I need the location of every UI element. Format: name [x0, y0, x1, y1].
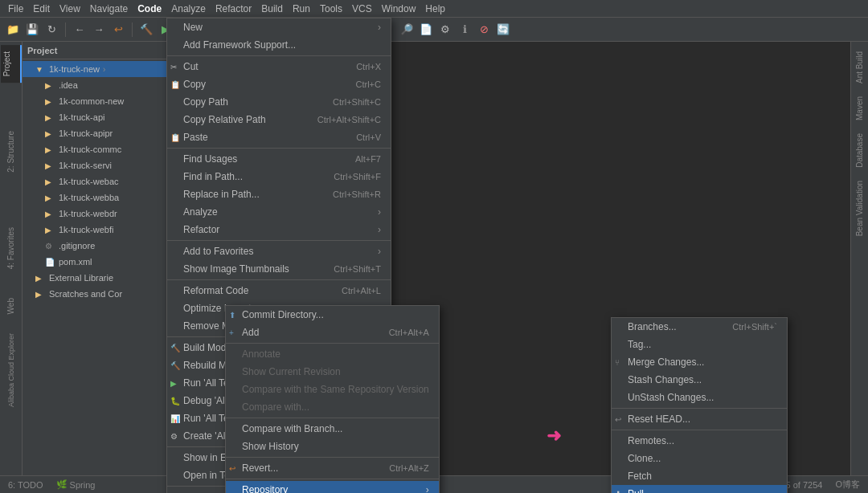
blog-link[interactable]: O博客	[832, 479, 863, 491]
ctx-find-usages[interactable]: Find Usages Alt+F7	[167, 150, 391, 168]
git-magnify-icon[interactable]: 🔎	[399, 22, 415, 38]
left-panel-tabs: Project 2: Structure 4: Favorites Web Al…	[0, 42, 23, 475]
forward-icon[interactable]: →	[91, 22, 107, 38]
ctx-cut[interactable]: ✂ Cut Ctrl+X	[167, 58, 391, 75]
ctx-add-framework[interactable]: Add Framework Support...	[167, 36, 391, 54]
ctx-refactor[interactable]: Refactor ›	[167, 221, 391, 238]
git-info-icon[interactable]: ℹ	[457, 22, 473, 38]
menu-file[interactable]: File	[3, 2, 28, 16]
ctx-copy-path[interactable]: Copy Path Ctrl+Shift+C	[167, 93, 391, 111]
bean-validation-tab[interactable]: Bean Validation	[854, 174, 866, 242]
project-tab[interactable]: Project	[1, 45, 22, 83]
spring-button[interactable]: 🌿 Spring	[53, 476, 99, 493]
open-folder-icon[interactable]: 📁	[5, 22, 21, 38]
git-revert[interactable]: ↩ Revert... Ctrl+Alt+Z	[226, 459, 439, 477]
ctx-new[interactable]: New ›	[167, 18, 391, 36]
tree-item-root[interactable]: ▼ 1k-truck-new ›	[23, 61, 182, 77]
git-repository[interactable]: Repository ›	[226, 481, 439, 493]
ant-build-tab[interactable]: Ant Build	[854, 45, 866, 90]
tree-item-idea[interactable]: ▶ .idea	[23, 77, 182, 93]
tree-item-common[interactable]: ▶ 1k-common-new	[23, 93, 182, 109]
tree-item-webdr[interactable]: ▶ 1k-truck-webdr	[23, 206, 182, 222]
back-icon[interactable]: ←	[72, 22, 88, 38]
repo-remotes[interactable]: Remotes...	[612, 432, 787, 450]
repo-branches[interactable]: Branches... Ctrl+Shift+`	[612, 318, 787, 336]
git-settings-icon[interactable]: ⚙	[437, 22, 453, 38]
menu-help[interactable]: Help	[420, 2, 450, 16]
ctx-reformat[interactable]: Reformat Code Ctrl+Alt+L	[167, 282, 391, 299]
toolbar: 📁 💾 ↻ ← → ↩ 🔨 ▶ 🐛 🔍 Git: ✓ ⬆ ↺ 🕐 ↶ ⚡ ⑂ 🔎…	[0, 18, 868, 42]
git-sep-3	[226, 457, 439, 458]
git-cycle-icon[interactable]: 🔄	[495, 22, 511, 38]
right-sidebars: Ant Build Maven Database Bean Validation	[850, 42, 868, 475]
database-tab[interactable]: Database	[854, 127, 866, 174]
menu-view[interactable]: View	[55, 2, 85, 16]
menu-vcs[interactable]: VCS	[347, 2, 377, 16]
repo-clone[interactable]: Clone...	[612, 450, 787, 467]
menu-run[interactable]: Run	[288, 2, 315, 16]
project-panel: Project ▼ 1k-truck-new › ▶ .idea ▶	[23, 42, 183, 475]
menu-code[interactable]: Code	[133, 2, 166, 16]
build-icon[interactable]: 🔨	[138, 22, 154, 38]
repo-tag[interactable]: Tag...	[612, 336, 787, 353]
ctx-paste[interactable]: 📋 Paste Ctrl+V	[167, 128, 391, 146]
tree-item-commc[interactable]: ▶ 1k-truck-commc	[23, 141, 182, 157]
tree-item-extlib[interactable]: ▶ External Librarie	[23, 270, 182, 286]
git-page-icon[interactable]: 📄	[418, 22, 434, 38]
tree-item-webfi[interactable]: ▶ 1k-truck-webfi	[23, 222, 182, 238]
ctx-copy-relative-path[interactable]: Copy Relative Path Ctrl+Alt+Shift+C	[167, 111, 391, 128]
git-add[interactable]: + Add Ctrl+Alt+A	[226, 324, 439, 341]
tree-item-webac[interactable]: ▶ 1k-truck-webac	[23, 173, 182, 189]
navigate-back-icon[interactable]: ↩	[110, 22, 126, 38]
ctx-copy-rel-shortcut: Ctrl+Alt+Shift+C	[317, 115, 381, 124]
git-show-revision: Show Current Revision	[226, 363, 439, 381]
menu-edit[interactable]: Edit	[28, 2, 55, 16]
git-commit[interactable]: ⬆ Commit Directory...	[226, 306, 439, 324]
folder-icon-webfi: ▶	[45, 226, 56, 234]
git-show-history[interactable]: Show History	[226, 438, 439, 455]
menu-window[interactable]: Window	[377, 2, 421, 16]
folder-icon-api: ▶	[45, 113, 56, 122]
repo-stash[interactable]: Stash Changes...	[612, 371, 787, 389]
tree-item-scratches[interactable]: ▶ Scratches and Cor	[23, 286, 182, 302]
git-block-icon[interactable]: ⊘	[476, 22, 492, 38]
repo-reset-head[interactable]: ↩ Reset HEAD...	[612, 410, 787, 428]
menu-build[interactable]: Build	[256, 2, 288, 16]
tree-item-api[interactable]: ▶ 1k-truck-api	[23, 109, 182, 125]
web-tab[interactable]: Web	[5, 291, 17, 320]
ctx-show-thumbnails[interactable]: Show Image Thumbnails Ctrl+Shift+T	[167, 260, 391, 278]
menu-refactor[interactable]: Refactor	[211, 2, 256, 16]
menu-analyze[interactable]: Analyze	[166, 2, 211, 16]
tree-item-apipr[interactable]: ▶ 1k-truck-apipr	[23, 125, 182, 141]
ctx-sep-2	[167, 148, 391, 149]
ctx-replace-path[interactable]: Replace in Path... Ctrl+Shift+R	[167, 185, 391, 203]
run-icon-menu: ▶	[170, 379, 177, 388]
ctx-analyze[interactable]: Analyze ›	[167, 203, 391, 221]
tree-item-webba[interactable]: ▶ 1k-truck-webba	[23, 189, 182, 206]
alibaba-tab[interactable]: Alibaba Cloud Explorer	[6, 327, 17, 414]
tree-item-pom[interactable]: 📄 pom.xml	[23, 254, 182, 270]
repo-pull[interactable]: ⬇ Pull...	[612, 485, 787, 493]
todo-button[interactable]: 6: TODO	[5, 476, 47, 493]
repo-merge[interactable]: ⑂ Merge Changes...	[612, 353, 787, 371]
menu-tools[interactable]: Tools	[315, 2, 347, 16]
menu-navigate[interactable]: Navigate	[85, 2, 133, 16]
maven-tab[interactable]: Maven	[854, 90, 866, 127]
folder-icon-commc: ▶	[45, 145, 56, 154]
repo-unstash[interactable]: UnStash Changes...	[612, 389, 787, 406]
git-compare-branch[interactable]: Compare with Branch...	[226, 420, 439, 438]
create-test-icon: ⚙	[170, 432, 178, 441]
save-icon[interactable]: 💾	[24, 22, 40, 38]
git-submenu: ⬆ Commit Directory... + Add Ctrl+Alt+A A…	[225, 305, 440, 493]
structure-tab[interactable]: 2: Structure	[5, 124, 17, 179]
tree-item-gitignore[interactable]: ⚙ .gitignore	[23, 238, 182, 254]
tree-item-servi[interactable]: ▶ 1k-truck-servi	[23, 157, 182, 173]
ctx-copy[interactable]: 📋 Copy Ctrl+C	[167, 75, 391, 93]
ctx-add-favorites[interactable]: Add to Favorites ›	[167, 242, 391, 260]
refresh-icon[interactable]: ↻	[43, 22, 59, 38]
ctx-find-path[interactable]: Find in Path... Ctrl+Shift+F	[167, 168, 391, 185]
repo-fetch[interactable]: Fetch	[612, 467, 787, 485]
file-icon-pom: 📄	[45, 258, 56, 267]
favorites-tab[interactable]: 4: Favorites	[5, 221, 17, 275]
reset-icon: ↩	[615, 415, 621, 424]
